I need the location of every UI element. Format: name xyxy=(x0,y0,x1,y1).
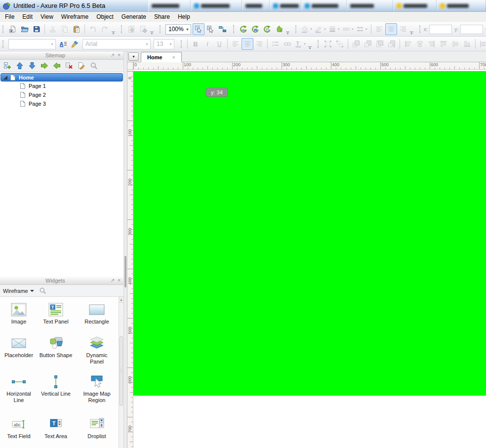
edit-page-button[interactable] xyxy=(76,61,87,71)
bring-forward-button[interactable] xyxy=(374,38,386,50)
paste-button[interactable] xyxy=(71,23,82,35)
axure-share-button[interactable]: a xyxy=(273,23,285,35)
tree-item-page-3[interactable]: Page 3 xyxy=(0,99,123,108)
tree-item-page-2[interactable]: Page 2 xyxy=(0,90,123,99)
add-page-button[interactable] xyxy=(2,61,13,71)
chevron-down-icon[interactable]: ▼ xyxy=(303,42,306,45)
widget-rectangle[interactable]: Rectangle xyxy=(75,299,119,332)
italic-button[interactable]: I xyxy=(202,38,213,50)
toolbar-group-grip[interactable] xyxy=(2,40,4,48)
import-rp-button[interactable] xyxy=(125,23,137,35)
splitter-thumb[interactable] xyxy=(124,256,126,287)
tree-item-home[interactable]: Home xyxy=(0,73,123,81)
insert-link-button[interactable] xyxy=(282,38,293,50)
float-panel-icon[interactable]: ↗ xyxy=(111,53,115,58)
chevron-down-icon[interactable]: ▼ xyxy=(310,28,313,31)
underline-button[interactable]: U xyxy=(213,38,225,50)
para-align-left-button[interactable] xyxy=(373,23,385,35)
generate-html-button[interactable]: <h> xyxy=(238,23,249,35)
widget-text-area[interactable]: TText Area xyxy=(37,413,75,448)
apply-style-button[interactable]: A xyxy=(57,38,69,50)
align-right-edges-button[interactable] xyxy=(426,38,438,50)
paste-special-button[interactable] xyxy=(137,23,149,35)
format-painter-button[interactable] xyxy=(69,38,81,50)
panel-splitter[interactable] xyxy=(123,51,127,448)
para-align-right-button[interactable] xyxy=(397,23,409,35)
chevron-down-icon[interactable]: ▼ xyxy=(351,28,354,31)
widget-placeholder[interactable]: Placeholder xyxy=(1,332,37,371)
line-color-button[interactable]: ▼ xyxy=(314,23,327,35)
move-down-button[interactable] xyxy=(27,61,38,71)
text-align-left-button[interactable] xyxy=(230,38,242,50)
font-size-select[interactable]: 13▼ xyxy=(154,39,174,49)
bold-button[interactable]: B xyxy=(190,38,202,50)
widget-search-icon[interactable] xyxy=(39,287,46,294)
taskbar-tab[interactable] xyxy=(437,0,486,11)
scrollbar-thumb[interactable] xyxy=(120,336,123,406)
chevron-down-icon[interactable]: ▼ xyxy=(337,28,340,31)
float-panel-icon[interactable]: ↗ xyxy=(111,278,115,283)
menu-item-object[interactable]: Object xyxy=(92,12,118,21)
menu-item-generate[interactable]: Generate xyxy=(118,12,150,21)
x-field-input[interactable] xyxy=(429,25,452,34)
widget-horizontal-line[interactable]: Horizontal Line xyxy=(1,371,37,413)
menu-item-help[interactable]: Help xyxy=(174,12,194,21)
align-centers-h-button[interactable] xyxy=(414,38,426,50)
cut-button[interactable] xyxy=(47,23,59,35)
toolbar-group-grip[interactable] xyxy=(233,25,235,33)
taskbar-tab[interactable] xyxy=(191,0,242,11)
bullet-list-button[interactable] xyxy=(270,38,282,50)
align-middles-v-button[interactable] xyxy=(449,38,461,50)
send-to-back-button[interactable] xyxy=(362,38,374,50)
chevron-down-icon[interactable]: ▼ xyxy=(324,28,326,31)
toolbar-group-grip[interactable] xyxy=(295,25,297,33)
search-button[interactable] xyxy=(88,61,99,71)
tab-home[interactable]: Home × xyxy=(141,52,182,62)
open-folder-button[interactable] xyxy=(19,23,31,35)
widget-text-field[interactable]: abcText Field xyxy=(1,413,37,448)
expand-triangle-icon[interactable] xyxy=(3,76,7,80)
select-contained-button[interactable] xyxy=(193,23,204,35)
fill-color-button[interactable]: ▼ xyxy=(300,23,314,35)
widget-droplist[interactable]: Droplist xyxy=(75,413,119,448)
generate-word-button[interactable]: W xyxy=(249,23,261,35)
text-align-right-button[interactable] xyxy=(253,38,265,50)
toolbar-overflow-button[interactable]: ▼ xyxy=(307,46,313,50)
widget-vertical-line[interactable]: Vertical Line xyxy=(37,371,75,413)
line-style-button[interactable]: ▼ xyxy=(341,23,355,35)
canvas-viewport[interactable]: y: 34 xyxy=(133,70,486,448)
toolbar-overflow-button[interactable]: ▼ xyxy=(111,32,116,35)
move-up-button[interactable] xyxy=(14,61,25,71)
bring-to-front-button[interactable] xyxy=(350,38,362,50)
tab-list-dropdown[interactable]: ▼ xyxy=(128,52,139,61)
group-button[interactable] xyxy=(322,38,334,50)
green-rectangle-widget[interactable] xyxy=(133,71,486,396)
move-left-button[interactable] xyxy=(51,61,62,71)
copy-button[interactable] xyxy=(59,23,71,35)
undo-button[interactable] xyxy=(87,23,99,35)
taskbar-tab[interactable] xyxy=(347,0,393,11)
toolbar-group-grip[interactable] xyxy=(2,25,4,33)
menu-item-view[interactable]: View xyxy=(37,12,57,21)
menu-item-share[interactable]: Share xyxy=(150,12,174,21)
tree-item-page-1[interactable]: Page 1 xyxy=(0,81,123,90)
align-bottom-edges-button[interactable] xyxy=(461,38,473,50)
move-right-button[interactable] xyxy=(39,61,50,71)
toolbar-group-grip[interactable] xyxy=(318,40,320,48)
toolbar-overflow-button[interactable]: ▼ xyxy=(149,32,155,35)
distribute-horizontal-button[interactable] xyxy=(478,38,486,50)
save-button[interactable] xyxy=(31,23,42,35)
taskbar-tab[interactable] xyxy=(301,0,347,11)
select-intersected-button[interactable] xyxy=(204,23,216,35)
widget-image[interactable]: Image xyxy=(1,299,37,332)
send-backward-button[interactable] xyxy=(386,38,398,50)
close-panel-icon[interactable]: × xyxy=(118,53,121,58)
taskbar-tab[interactable] xyxy=(148,0,191,11)
widget-category-dropdown[interactable]: Wireframe xyxy=(3,288,34,294)
font-family-select[interactable]: Arial▼ xyxy=(82,39,151,49)
menu-item-file[interactable]: File xyxy=(1,12,18,21)
toolbar-group-grip[interactable] xyxy=(181,40,183,48)
text-align-center-button[interactable] xyxy=(242,38,253,50)
toolbar-group-grip[interactable] xyxy=(160,25,162,33)
font-color-button[interactable]: T▼ xyxy=(293,38,307,50)
